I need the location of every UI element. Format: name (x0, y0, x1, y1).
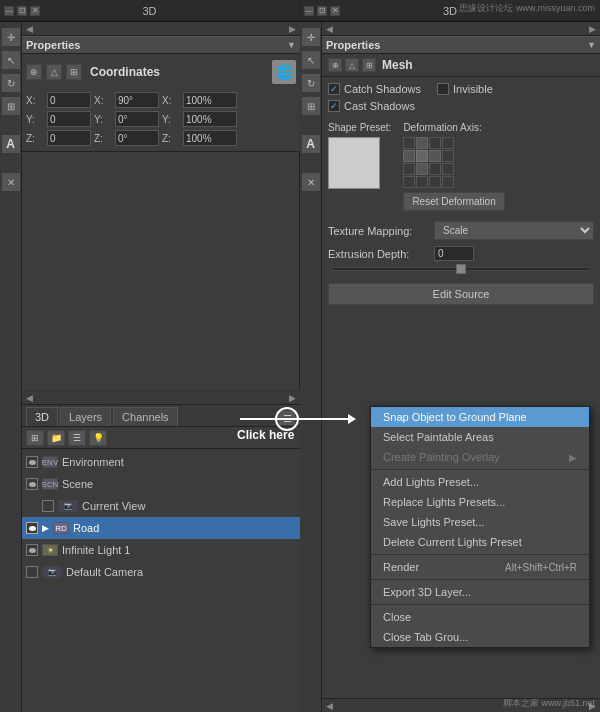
z-rot-input[interactable] (115, 130, 159, 146)
extrusion-slider-track[interactable] (332, 267, 590, 271)
menu-item-replace-lights[interactable]: Replace Lights Presets... (371, 492, 589, 512)
panel-menu-icon[interactable]: ☰ (283, 413, 292, 424)
menu-item-export[interactable]: Export 3D Layer... (371, 582, 589, 602)
y-rot-input[interactable] (115, 111, 159, 127)
watermark-bottom: 脚本之家 www.jb51.net (503, 697, 595, 710)
left-expand-right[interactable]: ▶ (289, 24, 296, 34)
right-expand-left[interactable]: ◀ (326, 24, 333, 34)
tab-3d[interactable]: 3D (26, 407, 58, 426)
catch-shadows-checkbox-label[interactable]: Catch Shadows (328, 83, 421, 95)
texture-mapping-select[interactable]: Scale (434, 221, 594, 240)
edit-source-btn[interactable]: Edit Source (328, 283, 594, 305)
z-pos-label: Z: (26, 133, 44, 144)
layer-options-btn[interactable]: ☰ (68, 430, 86, 446)
y-scale-input[interactable] (183, 111, 237, 127)
layer-eye-road[interactable] (26, 522, 38, 534)
layer-eye-default-camera[interactable] (26, 566, 38, 578)
x-pos-input[interactable] (47, 92, 91, 108)
layer-light-btn[interactable]: 💡 (89, 430, 107, 446)
reset-deformation-btn[interactable]: Reset Deformation (403, 192, 504, 211)
cast-shadows-checkbox-label[interactable]: Cast Shadows (328, 100, 415, 112)
panel3d-expand-left[interactable]: ◀ (26, 393, 33, 403)
catch-shadows-checkbox[interactable] (328, 83, 340, 95)
y-pos-input[interactable] (47, 111, 91, 127)
layer-item-scene[interactable]: SCN Scene (22, 473, 300, 495)
y-rot-label: Y: (94, 114, 112, 125)
layer-item-light1[interactable]: ☀ Infinite Light 1 (22, 539, 300, 561)
right-tool-text[interactable]: A (302, 135, 320, 153)
right-minimize-btn[interactable]: — (304, 6, 314, 16)
left-tool-text[interactable]: A (2, 135, 20, 153)
layer-folder-btn[interactable]: 📁 (47, 430, 65, 446)
menu-item-save-lights[interactable]: Save Lights Preset... (371, 512, 589, 532)
menu-item-snap-object[interactable]: Snap Object to Ground Plane (371, 407, 589, 427)
layer-name-scene: Scene (62, 478, 296, 490)
shape-preset-preview[interactable] (328, 137, 380, 189)
z-scale-input[interactable] (183, 130, 237, 146)
texture-mapping-label: Texture Mapping: (328, 225, 428, 237)
layer-item-road[interactable]: ▶ RD Road (22, 517, 300, 539)
right-tool-cross[interactable]: ✕ (302, 173, 320, 191)
layer-eye-light1[interactable] (26, 544, 38, 556)
left-properties-arrow[interactable]: ▼ (287, 40, 296, 50)
left-tool-select[interactable]: ↖ (2, 51, 20, 69)
tab-channels[interactable]: Channels (113, 407, 177, 426)
right-properties-arrow[interactable]: ▼ (587, 40, 596, 50)
left-close-btn[interactable]: ✕ (30, 6, 40, 16)
menu-item-add-lights[interactable]: Add Lights Preset... (371, 472, 589, 492)
left-tool-cross[interactable]: ✕ (2, 173, 20, 191)
z-scale-label: Z: (162, 133, 180, 144)
layer-toolbar: ⊞ 📁 ☰ 💡 (22, 427, 300, 449)
left-maximize-btn[interactable]: ⊡ (17, 6, 27, 16)
layer-item-default-camera[interactable]: 📷 Default Camera (22, 561, 300, 583)
extrusion-slider-thumb[interactable] (456, 264, 466, 274)
coord-icon-3: ⊞ (66, 64, 82, 80)
right-bottom-expand-left[interactable]: ◀ (326, 701, 333, 711)
right-tool-4[interactable]: ⊞ (302, 97, 320, 115)
menu-item-close-tab-group[interactable]: Close Tab Grou... (371, 627, 589, 647)
menu-item-render[interactable]: Render Alt+Shift+Ctrl+R (371, 557, 589, 577)
layer-new-btn[interactable]: ⊞ (26, 430, 44, 446)
left-tool-rotate[interactable]: ↻ (2, 74, 20, 92)
layer-eye-scene[interactable] (26, 478, 38, 490)
menu-item-delete-lights[interactable]: Delete Current Lights Preset (371, 532, 589, 552)
right-tool-1[interactable]: ✛ (302, 28, 320, 46)
coord-icon-2: △ (46, 64, 62, 80)
invisible-label: Invisible (453, 83, 493, 95)
catch-shadows-label: Catch Shadows (344, 83, 421, 95)
left-minimize-btn[interactable]: — (4, 6, 14, 16)
tab-layers[interactable]: Layers (60, 407, 111, 426)
invisible-checkbox-label[interactable]: Invisible (437, 83, 493, 95)
left-tool-scale[interactable]: ⊞ (2, 97, 20, 115)
invisible-checkbox[interactable] (437, 83, 449, 95)
right-maximize-btn[interactable]: ⊡ (317, 6, 327, 16)
y-pos-label: Y: (26, 114, 44, 125)
layer-item-current-view[interactable]: 📷 Current View (22, 495, 300, 517)
coord-icon-globe: 🌐 (272, 60, 296, 84)
z-pos-input[interactable] (47, 130, 91, 146)
left-tool-move[interactable]: ✛ (2, 28, 20, 46)
right-tool-3[interactable]: ↻ (302, 74, 320, 92)
layer-eye-environment[interactable] (26, 456, 38, 468)
layer-expand-road[interactable]: ▶ (42, 523, 49, 533)
coord-icon-1: ⊕ (26, 64, 42, 80)
cast-shadows-checkbox[interactable] (328, 100, 340, 112)
layer-list: ENV Environment SCN Scene 📷 Current View (22, 449, 300, 585)
menu-item-close[interactable]: Close (371, 607, 589, 627)
z-rot-label: Z: (94, 133, 112, 144)
right-expand-right[interactable]: ▶ (589, 24, 596, 34)
menu-item-create-painting[interactable]: Create Painting Overlay ▶ (371, 447, 589, 467)
x-scale-input[interactable] (183, 92, 237, 108)
shape-preset-label: Shape Preset: (328, 122, 391, 133)
layer-item-environment[interactable]: ENV Environment (22, 451, 300, 473)
right-properties-header: Properties ▼ (322, 36, 600, 54)
right-properties-label: Properties (326, 39, 380, 51)
layer-eye-current-view[interactable] (42, 500, 54, 512)
right-tool-2[interactable]: ↖ (302, 51, 320, 69)
menu-item-select-paintable[interactable]: Select Paintable Areas (371, 427, 589, 447)
x-rot-input[interactable] (115, 92, 159, 108)
extrusion-depth-input[interactable] (434, 246, 474, 261)
left-expand-left[interactable]: ◀ (26, 24, 33, 34)
right-close-btn[interactable]: ✕ (330, 6, 340, 16)
panel3d-expand-right[interactable]: ▶ (289, 393, 296, 403)
